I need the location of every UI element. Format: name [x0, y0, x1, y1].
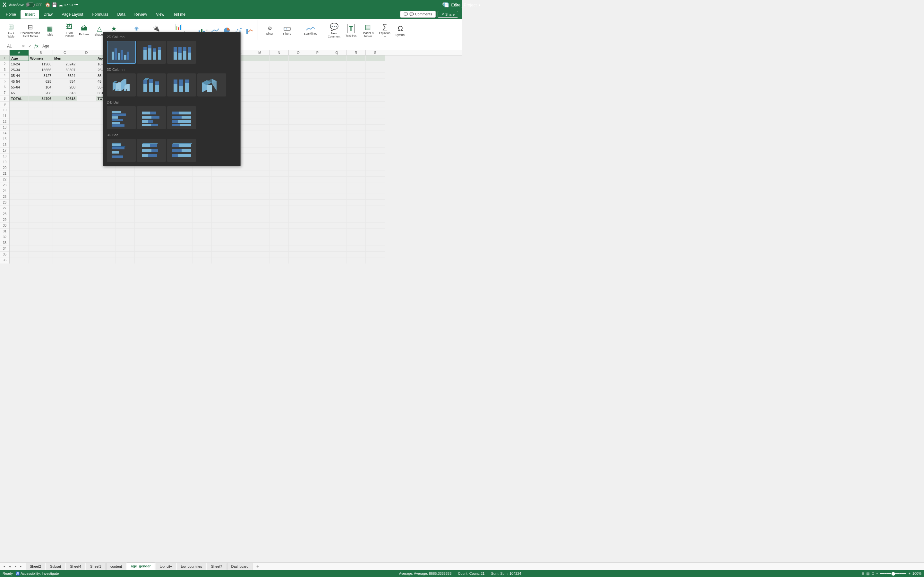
cell-25-10[interactable] — [192, 194, 212, 199]
cell-17-14[interactable] — [270, 148, 289, 153]
cell-27-3[interactable] — [53, 205, 77, 211]
cell-20-3[interactable] — [53, 165, 77, 171]
cell-20-14[interactable] — [270, 165, 289, 171]
cell-33-17[interactable] — [327, 240, 347, 245]
cell-13-18[interactable] — [347, 125, 366, 130]
comments-button[interactable]: 💬 💬 Comments — [400, 11, 435, 18]
cell-32-8[interactable] — [154, 234, 173, 240]
cell-20-2[interactable] — [29, 165, 53, 171]
cell-22-8[interactable] — [154, 177, 173, 182]
cell-14-15[interactable] — [289, 131, 308, 136]
cell-29-3[interactable] — [53, 217, 77, 222]
cell-23-8[interactable] — [154, 182, 173, 188]
cell-32-3[interactable] — [53, 234, 77, 240]
cell-32-16[interactable] — [308, 234, 327, 240]
cell-4-14[interactable] — [270, 73, 289, 78]
cell-35-8[interactable] — [154, 251, 173, 257]
cell-26-19[interactable] — [366, 200, 385, 205]
col-header-A[interactable]: A — [10, 50, 29, 55]
cell-18-15[interactable] — [289, 153, 308, 159]
cell-31-19[interactable] — [366, 229, 385, 234]
cell-1-13[interactable] — [250, 55, 270, 61]
cell-22-9[interactable] — [173, 177, 192, 182]
cell-11-13[interactable] — [250, 113, 270, 119]
col-header-B[interactable]: B — [29, 50, 53, 55]
cell-29-11[interactable] — [212, 217, 231, 222]
cell-7-14[interactable] — [270, 90, 289, 95]
cell-28-16[interactable] — [308, 211, 327, 217]
cell-25-17[interactable] — [327, 194, 347, 199]
cell-26-6[interactable] — [115, 200, 135, 205]
cell-19-4[interactable] — [77, 159, 96, 165]
tab-data[interactable]: Data — [113, 10, 129, 19]
cell-34-13[interactable] — [250, 246, 270, 251]
cell-1-18[interactable] — [347, 55, 366, 61]
cell-36-16[interactable] — [308, 258, 327, 263]
cell-8-2[interactable]: 34706 — [29, 96, 53, 101]
cell-28-7[interactable] — [135, 211, 154, 217]
cell-36-8[interactable] — [154, 258, 173, 263]
cell-19-1[interactable] — [10, 159, 29, 165]
cell-30-14[interactable] — [270, 223, 289, 228]
cell-14-13[interactable] — [250, 131, 270, 136]
cell-17-3[interactable] — [53, 148, 77, 153]
cell-16-13[interactable] — [250, 142, 270, 147]
cell-25-11[interactable] — [212, 194, 231, 199]
cell-13-14[interactable] — [270, 125, 289, 130]
cell-16-19[interactable] — [366, 142, 385, 147]
cell-24-9[interactable] — [173, 188, 192, 193]
cell-33-8[interactable] — [154, 240, 173, 245]
cell-24-15[interactable] — [289, 188, 308, 193]
cell-26-17[interactable] — [327, 200, 347, 205]
col-header-Q[interactable]: Q — [327, 50, 347, 55]
cell-12-19[interactable] — [366, 119, 385, 124]
cell-25-3[interactable] — [53, 194, 77, 199]
cell-31-1[interactable] — [10, 229, 29, 234]
cell-33-4[interactable] — [77, 240, 96, 245]
undo-icon[interactable]: ↩ — [64, 2, 68, 7]
cell-22-18[interactable] — [347, 177, 366, 182]
cell-3-18[interactable] — [347, 67, 366, 73]
cell-6-15[interactable] — [289, 84, 308, 90]
cell-21-12[interactable] — [231, 171, 250, 176]
cell-36-15[interactable] — [289, 258, 308, 263]
tab-draw[interactable]: Draw — [39, 10, 57, 19]
cell-33-9[interactable] — [173, 240, 192, 245]
cell-1-1[interactable]: Age — [10, 55, 29, 61]
cell-31-9[interactable] — [173, 229, 192, 234]
cell-26-18[interactable] — [347, 200, 366, 205]
cell-12-2[interactable] — [29, 119, 53, 124]
redo-icon[interactable]: ↪ — [69, 2, 73, 7]
cell-33-10[interactable] — [192, 240, 212, 245]
cell-36-19[interactable] — [366, 258, 385, 263]
cell-17-16[interactable] — [308, 148, 327, 153]
cell-8-17[interactable] — [327, 96, 347, 101]
cell-7-16[interactable] — [308, 90, 327, 95]
cell-31-5[interactable] — [96, 229, 115, 234]
cell-5-13[interactable] — [250, 79, 270, 84]
2d-bar-stacked-option[interactable] — [137, 106, 166, 129]
cell-33-6[interactable] — [115, 240, 135, 245]
cell-30-11[interactable] — [212, 223, 231, 228]
cell-35-6[interactable] — [115, 251, 135, 257]
cell-28-8[interactable] — [154, 211, 173, 217]
cell-32-10[interactable] — [192, 234, 212, 240]
cell-29-16[interactable] — [308, 217, 327, 222]
cell-15-1[interactable] — [10, 136, 29, 142]
cell-12-18[interactable] — [347, 119, 366, 124]
cell-26-5[interactable] — [96, 200, 115, 205]
cell-16-4[interactable] — [77, 142, 96, 147]
cell-25-8[interactable] — [154, 194, 173, 199]
cell-5-19[interactable] — [366, 79, 385, 84]
cell-15-19[interactable] — [366, 136, 385, 142]
cancel-formula-icon[interactable]: ✕ — [21, 44, 26, 48]
cell-35-12[interactable] — [231, 251, 250, 257]
cell-31-11[interactable] — [212, 229, 231, 234]
pivot-table-button[interactable]: ⊞ Pivot Table — [5, 21, 17, 39]
cell-31-10[interactable] — [192, 229, 212, 234]
cell-13-15[interactable] — [289, 125, 308, 130]
cell-36-5[interactable] — [96, 258, 115, 263]
cell-10-1[interactable] — [10, 107, 29, 113]
cell-16-17[interactable] — [327, 142, 347, 147]
cell-1-19[interactable] — [366, 55, 385, 61]
